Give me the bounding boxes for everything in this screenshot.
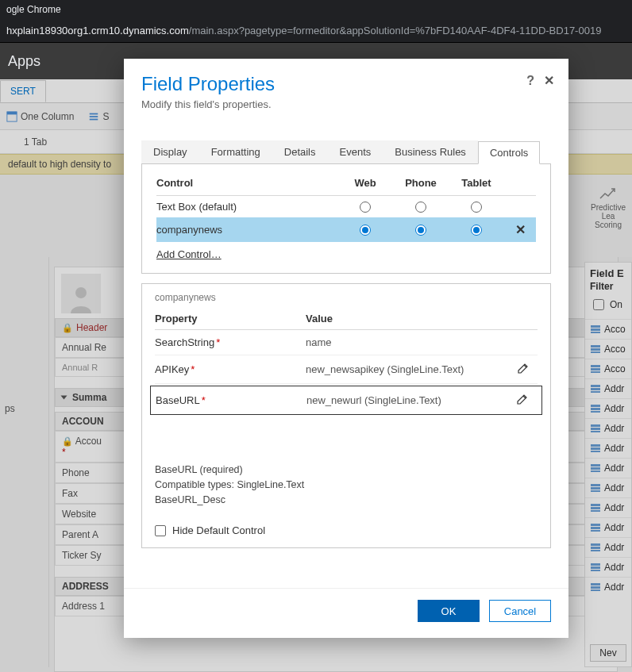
tablet-radio[interactable] — [471, 202, 482, 213]
browser-titlebar: ogle Chrome — [0, 0, 632, 19]
field-item[interactable]: Addr — [585, 398, 631, 418]
field-list: AccoAccoAccoAddrAddrAddrAddrAddrAddrAddr… — [585, 319, 631, 597]
tablet-header: Tablet — [449, 177, 504, 189]
edit-property-button[interactable] — [509, 362, 538, 377]
property-row-searchstring[interactable]: SearchString*name — [155, 330, 538, 355]
field-item[interactable]: Addr — [585, 537, 631, 557]
only-checkbox[interactable] — [593, 299, 604, 310]
control-header: Control — [156, 177, 337, 189]
ribbon-one-column[interactable]: One Column — [6, 111, 74, 122]
control-row-text-box-default-[interactable]: Text Box (default) — [156, 196, 536, 217]
svg-point-5 — [75, 287, 87, 298]
svg-rect-38 — [591, 530, 600, 532]
remove-control-button[interactable]: ✕ — [504, 222, 536, 237]
field-item[interactable]: Addr — [585, 418, 631, 438]
dialog-tab-details[interactable]: Details — [272, 140, 328, 163]
field-item[interactable]: Addr — [585, 577, 631, 597]
svg-rect-31 — [591, 487, 600, 490]
svg-rect-16 — [591, 388, 600, 390]
phone-radio[interactable] — [415, 225, 426, 236]
svg-rect-13 — [591, 368, 600, 371]
hide-default-row[interactable]: Hide Default Control — [155, 524, 538, 536]
field-item[interactable]: Addr — [585, 438, 631, 458]
field-item[interactable]: Acco — [585, 319, 631, 339]
field-item[interactable]: Acco — [585, 359, 631, 378]
svg-rect-41 — [591, 550, 600, 551]
svg-rect-43 — [591, 566, 600, 569]
svg-rect-40 — [591, 547, 600, 549]
field-item-label: Acco — [604, 363, 626, 374]
account-field-label: Accou — [75, 436, 102, 447]
dialog-tab-controls[interactable]: Controls — [478, 141, 540, 164]
phone-radio[interactable] — [415, 202, 426, 213]
ribbon-section[interactable]: S — [88, 111, 109, 122]
field-item[interactable]: Addr — [585, 557, 631, 577]
left-gutter: ps — [0, 257, 49, 667]
add-control-link[interactable]: Add Control… — [156, 248, 536, 260]
svg-rect-22 — [591, 428, 600, 430]
required-star: * — [62, 447, 66, 458]
left-gutter-tab[interactable]: ps — [0, 400, 48, 417]
svg-rect-29 — [591, 470, 600, 472]
svg-rect-28 — [591, 467, 600, 470]
ok-button[interactable]: OK — [418, 600, 480, 622]
property-name: BaseURL* — [156, 394, 306, 406]
field-item[interactable]: Addr — [585, 517, 631, 537]
field-item-label: Addr — [604, 562, 624, 573]
new-field-button[interactable]: Nev — [590, 644, 626, 662]
edit-property-button[interactable] — [508, 393, 537, 408]
ribbon-predictive[interactable]: Predictive Lea Scoring — [584, 186, 632, 228]
field-item[interactable]: Addr — [585, 497, 631, 517]
field-item-label: Addr — [604, 463, 624, 474]
svg-rect-47 — [591, 589, 600, 591]
field-item[interactable]: Addr — [585, 458, 631, 478]
url-path: /main.aspx?pagetype=formeditor&appSoluti… — [189, 25, 602, 36]
svg-rect-10 — [591, 348, 600, 351]
control-label: Text Box (default) — [156, 201, 337, 213]
svg-rect-39 — [591, 543, 600, 546]
field-item[interactable]: Acco — [585, 339, 631, 359]
column-icon — [6, 111, 17, 122]
address-bar[interactable]: hxplain18930org1.crm10.dynamics.com/main… — [0, 19, 632, 43]
tab-count-label: 1 Tab — [24, 136, 47, 148]
dialog-tab-business-rules[interactable]: Business Rules — [383, 140, 478, 163]
svg-rect-32 — [591, 490, 600, 492]
lock-icon: 🔒 — [62, 323, 73, 333]
field-item[interactable]: Addr — [585, 378, 631, 398]
field-item-label: Addr — [604, 403, 624, 414]
cancel-button[interactable]: Cancel — [489, 600, 551, 622]
svg-rect-33 — [591, 504, 600, 506]
hide-default-checkbox[interactable] — [155, 525, 166, 536]
svg-rect-17 — [591, 391, 600, 393]
value-header: Value — [306, 313, 509, 324]
only-checkbox-row[interactable]: On — [585, 297, 631, 319]
svg-rect-12 — [591, 365, 600, 367]
web-radio[interactable] — [360, 202, 371, 213]
help-button[interactable]: ? — [526, 74, 534, 88]
tablet-radio[interactable] — [471, 225, 482, 236]
svg-rect-42 — [591, 563, 600, 566]
field-item[interactable]: Addr — [585, 478, 631, 497]
control-properties-panel: companynews Property Value SearchString*… — [141, 283, 551, 548]
property-row-apikey[interactable]: APIKey*new_newsapikey (SingleLine.Text) — [155, 355, 538, 384]
only-label: On — [610, 299, 622, 310]
dialog-tab-events[interactable]: Events — [328, 140, 383, 163]
field-item-label: Addr — [604, 423, 624, 434]
dialog-tab-formatting[interactable]: Formatting — [199, 140, 272, 163]
svg-rect-7 — [591, 328, 600, 331]
control-row-companynews[interactable]: companynews✕ — [156, 217, 536, 242]
field-item-label: Addr — [604, 482, 624, 493]
apps-label: Apps — [8, 53, 40, 70]
dialog-tab-display[interactable]: Display — [141, 140, 199, 163]
lock-icon: 🔒 — [62, 436, 73, 446]
property-description: BaseURL (required) Compatible types: Sin… — [155, 463, 538, 507]
svg-rect-23 — [591, 431, 600, 432]
property-row-baseurl[interactable]: BaseURL*new_newurl (SingleLine.Text) — [150, 386, 542, 415]
field-item-label: Addr — [604, 522, 624, 533]
close-button[interactable]: ✕ — [544, 73, 554, 88]
ribbon-tab-insert[interactable]: SERT — [0, 80, 46, 102]
browser-title: ogle Chrome — [6, 4, 61, 15]
notice-text: default to high density to — [8, 159, 111, 170]
predictive-label: Predictive Lea Scoring — [591, 203, 626, 229]
web-radio[interactable] — [360, 225, 371, 236]
